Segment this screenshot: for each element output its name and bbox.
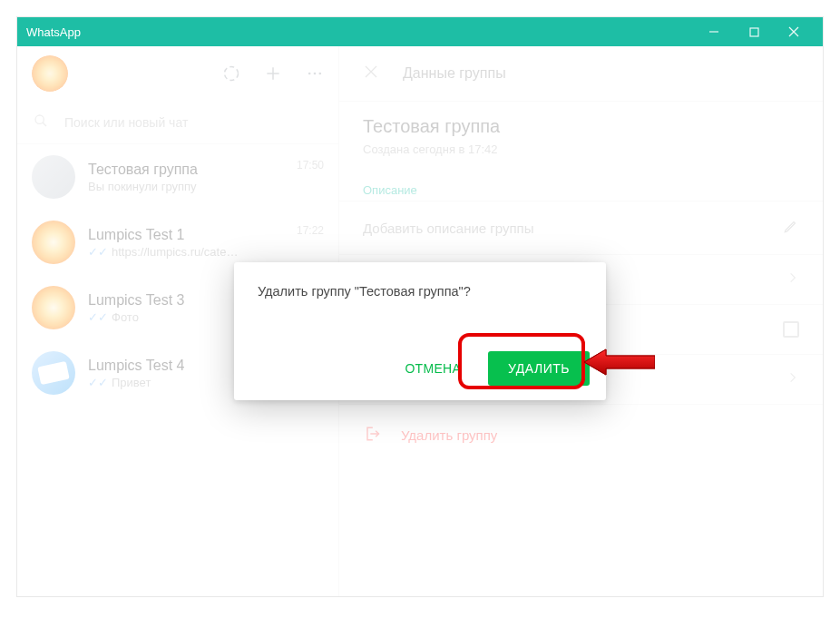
exit-icon — [363, 425, 381, 446]
mute-checkbox[interactable] — [783, 321, 799, 338]
close-window-button[interactable] — [774, 17, 814, 46]
maximize-button[interactable] — [734, 17, 774, 46]
group-title-section: Тестовая группа Создана сегодня в 17:42 — [339, 101, 823, 171]
status-icon[interactable] — [222, 64, 240, 83]
svg-point-8 — [314, 73, 317, 75]
chevron-right-icon — [786, 271, 799, 288]
chat-sub: Вы покинули группу — [88, 180, 284, 193]
chat-name: Тестовая группа — [88, 162, 284, 178]
add-description-text: Добавить описание группы — [363, 221, 534, 236]
window-title: WhatsApp — [26, 25, 694, 39]
svg-point-10 — [35, 115, 44, 123]
sidebar-header — [17, 46, 338, 101]
menu-icon[interactable] — [306, 64, 324, 83]
add-description-row[interactable]: Добавить описание группы — [339, 201, 823, 254]
svg-point-9 — [319, 73, 322, 75]
read-tick-icon: ✓✓ — [88, 376, 108, 389]
chat-avatar — [32, 155, 75, 199]
chat-name: Lumpics Test 1 — [88, 227, 284, 243]
new-chat-icon[interactable] — [264, 64, 282, 83]
titlebar: WhatsApp — [17, 17, 823, 46]
group-created: Создана сегодня в 17:42 — [363, 142, 799, 156]
read-tick-icon: ✓✓ — [88, 245, 108, 259]
search-icon — [34, 113, 48, 131]
svg-rect-1 — [750, 28, 758, 36]
search-row[interactable]: Поиск или новый чат — [17, 101, 338, 144]
description-label: Описание — [339, 171, 823, 201]
svg-point-7 — [308, 73, 311, 75]
chat-time: 17:22 — [297, 224, 324, 237]
delete-group-label: Удалить группу — [401, 427, 497, 443]
chat-main: Тестовая группа Вы покинули группу — [88, 162, 284, 193]
search-placeholder: Поиск или новый чат — [64, 115, 188, 130]
sidebar-actions — [222, 64, 324, 83]
close-panel-icon[interactable] — [363, 64, 379, 83]
chat-avatar — [32, 286, 75, 329]
content-header-title: Данные группы — [403, 65, 506, 82]
read-tick-icon: ✓✓ — [88, 310, 108, 324]
confirm-dialog: Удалить группу "Тестовая группа"? ОТМЕНА… — [234, 262, 606, 400]
cancel-button[interactable]: ОТМЕНА — [394, 352, 472, 385]
delete-button[interactable]: УДАЛИТЬ — [488, 351, 590, 386]
chevron-right-icon — [786, 371, 799, 388]
svg-point-4 — [225, 67, 239, 81]
svg-line-11 — [43, 123, 46, 126]
chat-time: 17:50 — [297, 159, 324, 172]
chat-avatar — [32, 221, 75, 264]
chat-sub: ✓✓https://lumpics.ru/cate… — [88, 245, 284, 259]
chat-main: Lumpics Test 1 ✓✓https://lumpics.ru/cate… — [88, 227, 284, 259]
chat-item[interactable]: Тестовая группа Вы покинули группу 17:50 — [17, 144, 338, 210]
group-title: Тестовая группа — [363, 116, 799, 137]
pencil-icon — [783, 218, 799, 238]
content-header: Данные группы — [339, 46, 823, 101]
dialog-actions: ОТМЕНА УДАЛИТЬ — [394, 351, 590, 386]
minimize-button[interactable] — [694, 17, 734, 46]
self-avatar[interactable] — [32, 55, 68, 92]
confirm-text: Удалить группу "Тестовая группа"? — [258, 284, 582, 299]
chat-avatar — [32, 351, 75, 395]
delete-group-row[interactable]: Удалить группу — [339, 404, 823, 466]
